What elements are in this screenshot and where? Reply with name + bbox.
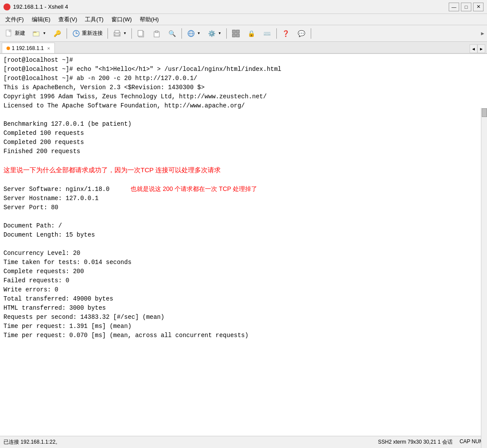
keyboard-icon: ⌨️ [263, 29, 272, 38]
main-content: [root@localhost ~]# [root@localhost ~]# … [0, 54, 487, 436]
terminal-line-10: Finished 200 requests [3, 147, 484, 156]
key-button[interactable]: 🔑 [50, 27, 65, 40]
close-button[interactable]: ✕ [473, 3, 484, 11]
toolbar-separator-7 [311, 28, 311, 39]
keyboard-button[interactable]: ⌨️ [260, 27, 275, 40]
failed-requests-line: Failed requests: 0 [3, 276, 484, 285]
html-transferred-line: HTML transferred: 3000 bytes [3, 304, 484, 313]
svg-rect-17 [232, 34, 235, 37]
terminal-line-8: Completed 100 requests [3, 129, 484, 138]
toolbar-overflow[interactable]: ► [480, 30, 485, 37]
terminal-line-6: Licensed to The Apache Software Foundati… [3, 101, 484, 110]
menu-tools[interactable]: 工具(T) [81, 15, 107, 24]
scrollbar-thumb[interactable] [482, 108, 487, 117]
key-icon: 🔑 [53, 29, 62, 38]
terminal-line-3: [root@localhost ~]# ab -n 200 -c 20 http… [3, 74, 484, 83]
app-icon [3, 3, 10, 10]
status-caps: CAP NUM [460, 438, 484, 446]
help-icon: ❓ [282, 29, 290, 38]
menu-window[interactable]: 窗口(W) [108, 15, 135, 24]
menu-bar: 文件(F) 编辑(E) 查看(V) 工具(T) 窗口(W) 帮助(H) [0, 14, 487, 25]
paste-button[interactable] [149, 27, 164, 40]
menu-view[interactable]: 查看(V) [55, 15, 81, 24]
svg-rect-18 [236, 34, 239, 37]
copy-button[interactable] [134, 27, 148, 40]
toolbar-separator-6 [276, 28, 277, 39]
new-button[interactable]: 新建 [2, 27, 28, 40]
terminal-line-4: This is ApacheBench, Version 2.3 <$Revis… [3, 83, 484, 92]
doc-path-line: Document Path: / [3, 221, 484, 231]
menu-file[interactable]: 文件(F) [2, 15, 27, 24]
write-errors-line: Write errors: 0 [3, 285, 484, 294]
copy-icon [137, 29, 145, 38]
server-software-value: nginx/1.18.0 [66, 186, 110, 193]
complete-requests-line: Complete requests: 200 [3, 267, 484, 276]
tab-nav-left[interactable]: ◄ [470, 44, 477, 53]
new-label: 新建 [15, 30, 25, 37]
paste-icon [152, 29, 161, 38]
terminal-line-blank1 [3, 110, 484, 120]
annotation-1: 这里说一下为什么全部都请求成功了，因为一次TCP 连接可以处理多次请求 [3, 165, 484, 175]
session-icon1 [232, 29, 240, 38]
tpr1-line: Time per request: 1.391 [ms] (mean) [3, 322, 484, 331]
concurrency-line: Concurrency Level: 20 [3, 249, 484, 258]
server-hostname-line: Server Hostname: 127.0.0.1 [3, 194, 484, 203]
reconnect-icon [72, 29, 81, 38]
svg-rect-11 [155, 31, 158, 33]
session-btn1[interactable] [228, 27, 243, 40]
svg-rect-2 [9, 30, 11, 32]
open-button[interactable]: ▼ [29, 27, 49, 40]
svg-rect-9 [138, 30, 143, 36]
terminal[interactable]: [root@localhost ~]# [root@localhost ~]# … [0, 54, 487, 436]
new-icon [5, 29, 13, 38]
server-port-line: Server Port: 80 [3, 203, 484, 212]
reconnect-label: 重新连接 [82, 30, 103, 37]
print-button[interactable]: ▼ [110, 27, 130, 40]
window-title: 192.168.1.1 - Xshell 4 [13, 3, 68, 10]
tab-bar: 1 192.168.1.1 × ◄ ► [0, 42, 487, 54]
total-transferred-line: Total transferred: 49000 bytes [3, 294, 484, 304]
terminal-line-7: Benchmarking 127.0.0.1 (be patient) [3, 120, 484, 129]
network-button[interactable]: ▼ [184, 27, 204, 40]
svg-rect-7 [115, 34, 119, 36]
toolbar-separator-4 [181, 28, 182, 39]
tab-nav-right[interactable]: ► [477, 44, 485, 53]
title-bar: 192.168.1.1 - Xshell 4 — □ ✕ [0, 0, 487, 14]
svg-rect-16 [236, 30, 239, 33]
svg-rect-15 [232, 30, 235, 33]
lock-button[interactable]: 🔒 [244, 27, 259, 40]
chat-icon: 💬 [297, 29, 306, 38]
tpr2-line: Time per request: 0.070 [ms] (mean, acro… [3, 331, 484, 340]
server-software-line: Server Software: nginx/1.18.0 也就是说这 200 … [3, 184, 484, 194]
help-button[interactable]: ❓ [279, 27, 293, 40]
open-icon [32, 29, 41, 38]
reconnect-button[interactable]: 重新连接 [69, 27, 106, 40]
status-bar: 已连接 192.168.1.1:22。 SSH2 xterm 79x30 30,… [0, 436, 487, 448]
terminal-line-9: Completed 200 requests [3, 138, 484, 147]
terminal-line-2: [root@localhost ~]# echo "<h1>Hello</h1>… [3, 65, 484, 74]
toolbar-separator-1 [67, 28, 67, 39]
minimize-button[interactable]: — [449, 3, 459, 11]
lock-icon: 🔒 [247, 29, 256, 38]
tab-nav: ◄ ► [470, 44, 485, 53]
terminal-line-blank4 [3, 212, 484, 221]
time-taken-line: Time taken for tests: 0.014 seconds [3, 258, 484, 267]
print-icon [113, 29, 121, 38]
doc-length-line: Document Length: 15 bytes [3, 231, 484, 240]
maximize-button[interactable]: □ [461, 3, 471, 11]
terminal-line-blank2 [3, 156, 484, 165]
terminal-line-5: Copyright 1996 Adam Twiss, Zeus Technolo… [3, 92, 484, 101]
tab-session[interactable]: 1 192.168.1.1 × [2, 43, 55, 53]
settings-button[interactable]: ⚙️ ▼ [205, 27, 225, 40]
tab-close-button[interactable]: × [47, 46, 50, 51]
tab-status-dot [7, 47, 10, 50]
settings-dropdown-arrow: ▼ [218, 31, 222, 35]
scrollbar[interactable] [481, 108, 487, 448]
rps-line: Requests per second: 14383.32 [#/sec] (m… [3, 313, 484, 322]
print-dropdown-arrow: ▼ [123, 31, 127, 35]
menu-help[interactable]: 帮助(H) [136, 15, 162, 24]
menu-edit[interactable]: 编辑(E) [28, 15, 54, 24]
find-button[interactable]: 🔍 [165, 27, 180, 40]
chat-button[interactable]: 💬 [294, 27, 309, 40]
open-dropdown-arrow: ▼ [43, 31, 46, 35]
